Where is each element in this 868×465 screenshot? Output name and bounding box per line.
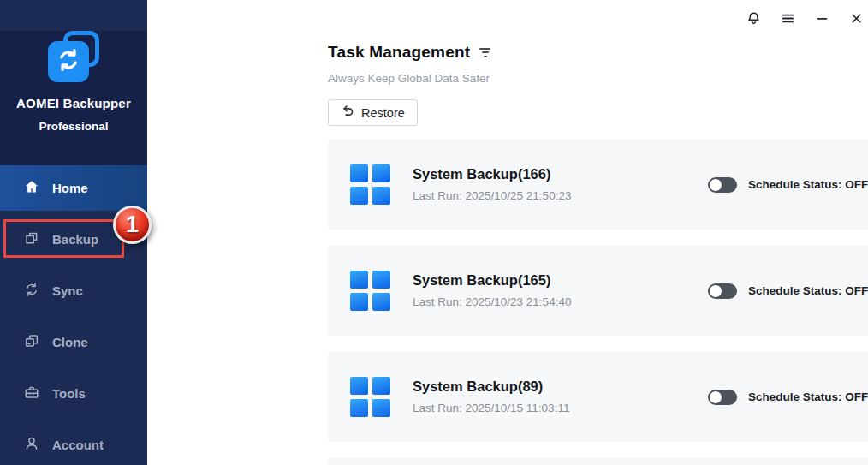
schedule-block: Schedule Status: OFF xyxy=(708,352,868,442)
restore-button-label: Restore xyxy=(361,106,405,120)
schedule-toggle[interactable] xyxy=(708,177,737,193)
notification-bell-icon[interactable] xyxy=(741,8,765,28)
schedule-toggle[interactable] xyxy=(708,390,737,405)
sidebar-item-label: Backup xyxy=(52,232,98,247)
app-edition: Professional xyxy=(0,120,147,133)
schedule-toggle[interactable] xyxy=(708,283,737,299)
page-title: Task Management xyxy=(328,43,490,62)
sidebar-item-home[interactable]: Home xyxy=(0,165,147,211)
task-last-run: Last Run: 2025/10/15 11:03:11 xyxy=(413,402,569,414)
person-icon xyxy=(24,436,39,454)
restore-button[interactable]: Restore xyxy=(328,99,418,126)
task-card[interactable]: System Backup(166) Last Run: 2025/10/25 … xyxy=(328,140,868,230)
task-list: System Backup(166) Last Run: 2025/10/25 … xyxy=(328,140,868,465)
sidebar-item-tools[interactable]: Tools xyxy=(0,367,147,419)
main-panel: Task Management Always Keep Global Data … xyxy=(147,0,868,465)
task-name: System Backup(166) xyxy=(413,166,550,182)
schedule-block: Schedule Status: OFF xyxy=(708,246,868,336)
schedule-block: Schedule Status: OFF xyxy=(708,140,868,230)
task-card[interactable]: System Backup(89) Last Run: 2025/10/15 1… xyxy=(328,352,868,442)
task-name: System Backup(165) xyxy=(413,272,550,289)
sidebar-item-label: Tools xyxy=(52,386,86,401)
toolbox-icon xyxy=(24,385,39,402)
windows-logo-icon xyxy=(350,377,390,417)
minimize-icon[interactable] xyxy=(810,8,834,28)
windows-logo-icon xyxy=(350,271,390,311)
sort-lines-icon[interactable] xyxy=(479,48,490,57)
task-last-run: Last Run: 2025/10/23 21:54:40 xyxy=(413,295,571,308)
sidebar-item-label: Clone xyxy=(52,335,88,349)
task-last-run: Last Run: 2025/10/25 21:50:23 xyxy=(413,189,571,202)
logo-front-square xyxy=(48,41,89,82)
backup-squares-icon xyxy=(24,230,39,248)
sidebar-item-label: Account xyxy=(52,438,104,452)
schedule-status-label: Schedule Status: OFF xyxy=(748,284,868,297)
task-card-partial[interactable] xyxy=(328,458,868,465)
home-icon xyxy=(24,179,39,197)
task-name: System Backup(89) xyxy=(413,379,543,395)
annotation-step-badge: 1 xyxy=(113,206,152,244)
sidebar-item-clone[interactable]: Clone xyxy=(0,316,147,367)
page-subtitle: Always Keep Global Data Safer xyxy=(328,72,490,85)
sidebar-item-label: Home xyxy=(52,181,88,195)
sync-arrows-icon xyxy=(24,282,39,300)
clone-drives-icon xyxy=(24,333,39,351)
undo-arrow-icon xyxy=(341,104,354,121)
sidebar-item-label: Sync xyxy=(52,283,83,298)
hamburger-menu-icon[interactable] xyxy=(776,8,800,28)
sync-arrows-icon xyxy=(56,47,81,76)
task-card[interactable]: System Backup(165) Last Run: 2025/10/23 … xyxy=(328,246,868,336)
sidebar-item-sync[interactable]: Sync xyxy=(0,265,147,316)
annotation-step-number: 1 xyxy=(126,212,139,238)
sidebar-item-account[interactable]: Account xyxy=(0,419,147,465)
app-logo xyxy=(46,31,101,84)
page-title-text: Task Management xyxy=(328,43,470,62)
schedule-status-label: Schedule Status: OFF xyxy=(748,178,868,191)
app-name: AOMEI Backupper xyxy=(0,96,147,110)
window-controls xyxy=(741,8,868,28)
close-icon[interactable] xyxy=(844,8,868,28)
windows-logo-icon xyxy=(350,164,390,205)
schedule-status-label: Schedule Status: OFF xyxy=(748,390,868,403)
